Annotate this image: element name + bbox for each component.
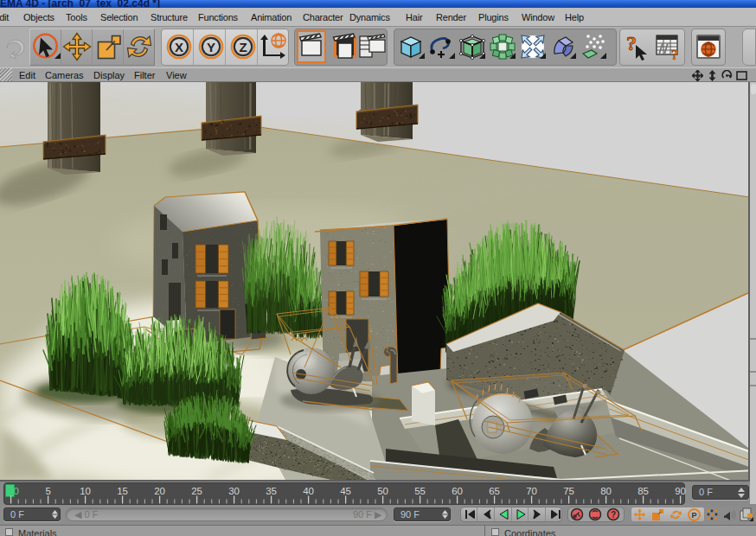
svg-text:85: 85 [637,486,649,496]
svg-text:30: 30 [228,486,240,496]
svg-text:20: 20 [154,486,165,496]
svg-text:35: 35 [266,486,277,496]
svg-text:50: 50 [377,486,388,496]
svg-text:45: 45 [340,486,351,496]
svg-text:?: ? [671,47,679,62]
svg-text:90: 90 [675,486,686,496]
svg-text:?: ? [611,510,616,520]
svg-text:0: 0 [14,486,19,496]
svg-text:70: 70 [526,486,537,496]
svg-text:65: 65 [489,486,500,496]
svg-text:Y: Y [207,40,215,54]
svg-text:10: 10 [80,486,91,496]
svg-text:55: 55 [414,486,426,496]
svg-text:X: X [175,40,183,54]
svg-text:Z: Z [239,40,247,54]
svg-text:15: 15 [117,486,128,496]
svg-text:40: 40 [303,486,314,496]
svg-text:60: 60 [452,486,463,496]
svg-text:75: 75 [563,486,574,496]
svg-text:P: P [691,511,696,520]
svg-text:5: 5 [45,486,50,496]
svg-text:?: ? [626,32,637,54]
svg-text:25: 25 [191,486,202,496]
svg-text:80: 80 [600,486,612,496]
